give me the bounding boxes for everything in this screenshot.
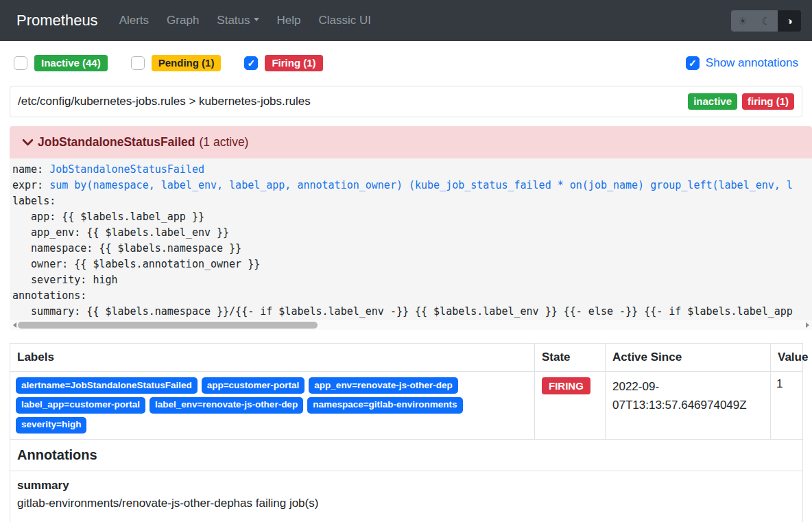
label-badge: label_app=customer-portal [16,397,145,414]
rule-key: name: [12,163,49,176]
light-theme-button[interactable]: ☀ [731,10,754,32]
alerts-table: Labels State Active Since Value alertnam… [10,343,803,522]
filter-inactive[interactable]: Inactive (44) [14,55,108,72]
label-badge: namespace=gitlab-environments [307,397,462,414]
scroll-left-arrow-icon[interactable] [10,320,16,330]
nav-item-help[interactable]: Help [268,8,310,33]
show-annotations-checkbox[interactable] [686,56,700,70]
filter-pending[interactable]: Pending (1) [131,55,222,72]
rule-line: app_env: {{ $labels.label_env }} [12,225,812,241]
inactive-checkbox[interactable] [14,56,27,70]
alert-panel: JobStandaloneStatusFailed (1 active) nam… [10,126,812,330]
filters-bar: Inactive (44) Pending (1) Firing (1) Sho… [14,54,798,73]
circle-half-icon: ◑ [786,15,792,27]
column-header-active-since: Active Since [606,344,771,372]
active-since-cell: 2022-09-07T13:13:57.646974049Z [606,372,771,440]
inactive-filter-badge[interactable]: Inactive (44) [34,55,108,72]
sun-icon: ☀ [738,15,747,27]
annotations-title: Annotations [10,439,803,471]
rule-group-card: /etc/config/kubernetes-jobs.rules > kube… [10,86,802,117]
navbar: Prometheus Alerts Graph Status Help Clas… [0,0,812,41]
annotation-row: summary gitlab-environments/renovate-js-… [10,471,803,522]
scroll-right-arrow-icon[interactable] [805,320,812,330]
alert-instance-row: alertname=JobStandaloneStatusFailed app=… [10,372,803,440]
rule-group-badges: inactive firing (1) [688,93,794,110]
alert-header[interactable]: JobStandaloneStatusFailed (1 active) [10,126,812,158]
rule-line: name: JobStandaloneStatusFailed [12,162,812,178]
nav-item-status-label: Status [217,14,250,27]
scrollbar-thumb[interactable] [18,322,318,329]
rule-line: annotations: [12,288,812,304]
firing-filter-badge[interactable]: Firing (1) [265,55,322,72]
dark-theme-button[interactable]: ☾ [754,10,778,32]
moon-icon: ☾ [761,15,770,27]
pending-checkbox[interactable] [131,56,145,70]
show-annotations-label: Show annotations [706,56,798,70]
rule-line: app: {{ $labels.label_app }} [12,209,812,225]
nav-item-alerts[interactable]: Alerts [110,8,158,33]
theme-toggle-group: ☀ ☾ ◑ [731,10,801,32]
inactive-count-badge: inactive [688,93,737,110]
brand-link[interactable]: Prometheus [16,12,98,29]
table-header-row: Labels State Active Since Value [10,344,803,372]
rule-line: severity: high [12,272,812,288]
label-badge: severity=high [16,417,86,434]
nav-item-status[interactable]: Status [208,8,267,33]
nav-links: Alerts Graph Status Help Classic UI [110,8,380,33]
state-cell: FIRING [535,372,606,440]
scrollbar-track[interactable] [16,320,805,330]
caret-down-icon [254,18,259,24]
pending-filter-badge[interactable]: Pending (1) [152,55,222,72]
labels-cell: alertname=JobStandaloneStatusFailed app=… [10,372,535,440]
nav-item-graph[interactable]: Graph [158,8,208,33]
chevron-down-icon [22,137,34,148]
rule-group-title: /etc/config/kubernetes-jobs.rules > kube… [18,95,311,108]
labels-badges: alertname=JobStandaloneStatusFailed app=… [16,377,529,434]
column-header-state: State [535,344,606,372]
label-badge: app_env=renovate-js-other-dep [309,377,457,394]
nav-item-classic-ui[interactable]: Classic UI [310,8,381,33]
rule-line: labels: [12,193,812,209]
value-cell: 1 [771,372,803,440]
rule-key: expr: [12,179,49,191]
rule-line: expr: sum by(namespace, label_env, label… [12,178,812,193]
firing-checkbox[interactable] [244,56,258,70]
firing-state-badge: FIRING [542,377,590,394]
auto-theme-button[interactable]: ◑ [778,10,801,32]
rule-name-link[interactable]: JobStandaloneStatusFailed [49,163,204,176]
alert-name: JobStandaloneStatusFailed [38,135,195,150]
annotation-key: summary [17,477,796,495]
column-header-value: Value [771,344,803,372]
rule-line: namespace: {{ $labels.namespace }} [12,241,812,257]
filter-firing[interactable]: Firing (1) [244,55,322,72]
firing-count-badge: firing (1) [742,93,794,110]
label-badge: app=customer-portal [202,377,305,394]
alert-active-count: (1 active) [199,135,248,150]
annotation-value: gitlab-environments/renovate-js-other-de… [17,495,796,512]
rule-line: summary: {{ $labels.namespace }}/{{- if … [12,304,812,320]
label-badge: alertname=JobStandaloneStatusFailed [16,377,198,394]
column-header-labels: Labels [10,344,535,372]
rule-expr-link[interactable]: sum by(namespace, label_env, label_app, … [49,179,793,191]
annotation-cell: summary gitlab-environments/renovate-js-… [10,471,803,522]
horizontal-scrollbar[interactable] [10,320,812,330]
label-badge: label_env=renovate-js-other-dep [150,397,303,414]
show-annotations-toggle[interactable]: Show annotations [686,56,798,70]
annotations-header-row: Annotations [10,439,803,471]
rule-line: owner: {{ $labels.annotation_owner }} [12,257,812,272]
rule-definition: name: JobStandaloneStatusFailed expr: su… [10,158,812,320]
